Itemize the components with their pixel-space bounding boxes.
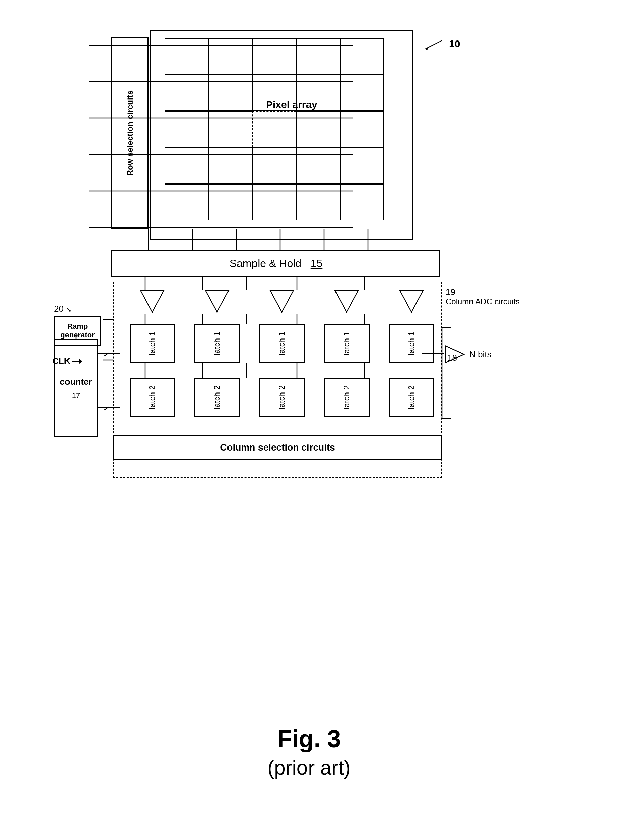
n-bits-label: N bits (469, 349, 492, 360)
latch1-box-1: latch 1 (129, 324, 175, 363)
counter-box: counter 17 (54, 339, 98, 437)
latch2-box-3: latch 2 (259, 378, 305, 417)
pixel-cell (165, 147, 209, 184)
pixel-cell (296, 111, 340, 147)
col-selection-label: Column selection circuits (220, 442, 335, 453)
latch2-label-1: latch 2 (147, 386, 157, 410)
ref-20-label: 20 ↘ (54, 304, 101, 314)
pixel-cell (296, 184, 340, 220)
comparators-row (120, 287, 444, 314)
latch2-box-2: latch 2 (195, 378, 240, 417)
sample-hold-label: Sample & Hold 15 (230, 257, 323, 270)
latch1-box-5: latch 1 (389, 324, 434, 363)
svg-marker-6 (400, 290, 423, 312)
pixel-cell (209, 111, 253, 147)
pixel-cell (209, 147, 253, 184)
slash-2-icon: / (103, 405, 110, 413)
row-selection-label: Row selection circuits (124, 91, 136, 176)
pixel-cell (209, 38, 253, 74)
pixel-array-outer-box: Pixel array (150, 30, 413, 240)
latch2-label-5: latch 2 (407, 386, 416, 410)
svg-marker-7 (446, 346, 464, 363)
latch1-label-5: latch 1 (407, 331, 416, 355)
slash-1-icon: / (103, 351, 110, 359)
row-selection-box: Row selection circuits (111, 37, 149, 230)
latch1-label-3: latch 1 (277, 331, 287, 355)
latch1-box-4: latch 1 (324, 324, 370, 363)
fig-title: Fig. 3 (0, 725, 618, 752)
latch2-label-3: latch 2 (277, 386, 287, 410)
pixel-cell (340, 74, 384, 111)
latch1-box-3: latch 1 (259, 324, 305, 363)
latch1-label-2: latch 1 (212, 331, 222, 355)
latch2-box-5: latch 2 (389, 378, 434, 417)
pixel-cell (253, 74, 296, 111)
buffer-icon (444, 344, 466, 365)
pixel-cell (340, 38, 384, 74)
pixel-cell (340, 111, 384, 147)
pixel-cell (165, 74, 209, 111)
svg-marker-2 (140, 290, 164, 312)
comparator-2-icon (204, 287, 230, 314)
latch2-box-1: latch 2 (129, 378, 175, 417)
svg-marker-4 (270, 290, 294, 312)
pixel-cell (340, 184, 384, 220)
counter-ref-label: 17 (72, 391, 80, 400)
pixel-cell (296, 74, 340, 111)
latch2-label-2: latch 2 (212, 386, 222, 410)
latch2-box-4: latch 2 (324, 378, 370, 417)
ref-19: 19 (446, 287, 455, 297)
comparator-3-icon (268, 287, 295, 314)
latch1-row: latch 1 latch 1 latch 1 latch 1 latch 1 (120, 324, 444, 363)
pixel-cell (253, 184, 296, 220)
col-adc-label: Column ADC circuits (446, 297, 520, 306)
latch1-label-4: latch 1 (342, 331, 351, 355)
ramp-gen-label: Ramp generator (55, 322, 100, 340)
latch2-row: latch 2 latch 2 latch 2 latch 2 latch 2 (120, 378, 444, 417)
fig-subtitle: (prior art) (0, 756, 618, 779)
pixel-cell (296, 147, 340, 184)
sample-hold-box: Sample & Hold 15 (111, 250, 440, 277)
pixel-cell-dashed (253, 111, 296, 147)
pixel-cell (340, 147, 384, 184)
pixel-cell (209, 74, 253, 111)
diagram-container: 10 Row selection circuits Pixel array (51, 20, 557, 662)
latch2-label-4: latch 2 (342, 386, 351, 410)
col-selection-box: Column selection circuits (113, 435, 442, 460)
figure-caption: Fig. 3 (prior art) (0, 725, 618, 779)
latch1-label-1: latch 1 (147, 331, 157, 355)
pixel-grid (165, 38, 384, 220)
counter-label: counter (60, 377, 92, 387)
pixel-cell (296, 38, 340, 74)
pixel-cell (165, 111, 209, 147)
pixel-cell (165, 184, 209, 220)
n-bits-group: N bits (444, 344, 492, 365)
ref-10-label: 10 (449, 38, 460, 50)
comparator-4-icon (333, 287, 360, 314)
arrow-10-icon (422, 37, 449, 50)
pixel-cell (165, 38, 209, 74)
pixel-cell (253, 147, 296, 184)
pixel-cell (253, 38, 296, 74)
svg-marker-3 (205, 290, 229, 312)
svg-marker-5 (335, 290, 358, 312)
ref-10-group: 10 (422, 37, 460, 50)
latch1-box-2: latch 1 (195, 324, 240, 363)
pixel-cell (209, 184, 253, 220)
comparator-1-icon (139, 287, 166, 314)
comparator-5-icon (398, 287, 425, 314)
